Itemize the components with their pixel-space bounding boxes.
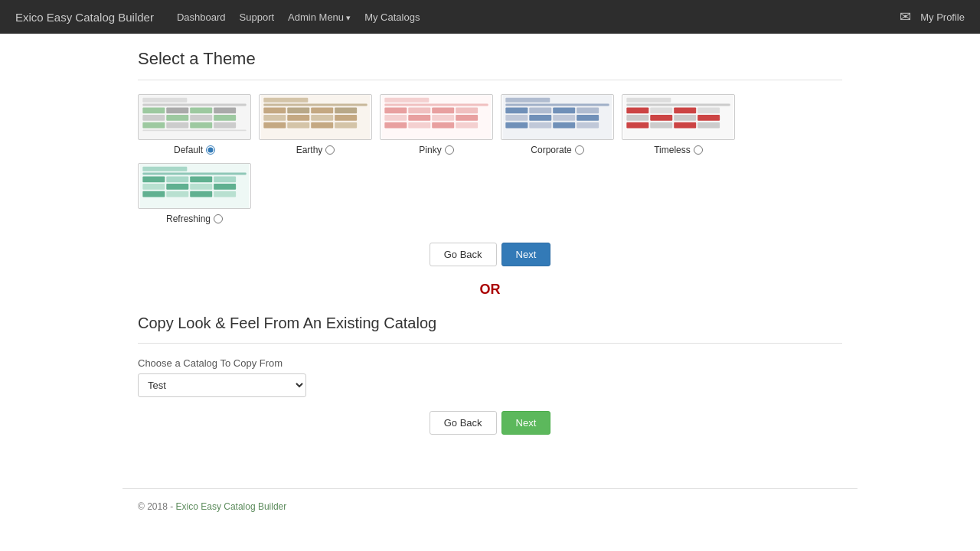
svg-rect-44 xyxy=(432,122,454,129)
svg-rect-72 xyxy=(626,122,648,129)
theme-corporate-label: Corporate xyxy=(531,145,583,155)
svg-rect-70 xyxy=(674,115,696,121)
svg-rect-65 xyxy=(650,107,672,113)
svg-rect-14 xyxy=(214,122,236,129)
theme-pinky[interactable]: Pinky xyxy=(380,94,493,155)
svg-rect-80 xyxy=(166,176,188,182)
nav-support[interactable]: Support xyxy=(240,11,275,23)
copy-section-title: Copy Look & Feel From An Existing Catalo… xyxy=(138,315,842,332)
svg-rect-55 xyxy=(553,115,575,121)
svg-rect-30 xyxy=(335,122,357,129)
svg-rect-50 xyxy=(529,107,551,113)
svg-rect-81 xyxy=(190,176,212,182)
nav-admin-menu[interactable]: Admin Menu xyxy=(288,11,351,23)
footer-text: © 2018 - xyxy=(138,501,176,512)
nav-my-catalogs[interactable]: My Catalogs xyxy=(364,11,420,23)
copy-catalog-select[interactable]: Test xyxy=(138,373,306,397)
theme-grid: Default xyxy=(138,94,842,224)
navbar-brand: Exico Easy Catalog Builder xyxy=(15,11,154,24)
profile-link[interactable]: My Profile xyxy=(920,11,965,23)
svg-rect-34 xyxy=(384,107,407,113)
mail-icon[interactable]: ✉ xyxy=(900,8,911,25)
next-button-top[interactable]: Next xyxy=(501,243,551,266)
theme-earthy[interactable]: Earthy xyxy=(259,94,372,155)
svg-rect-90 xyxy=(214,191,236,197)
theme-earthy-radio[interactable] xyxy=(325,145,335,155)
theme-earthy-name: Earthy xyxy=(296,145,323,155)
svg-rect-42 xyxy=(384,122,407,129)
theme-corporate-name: Corporate xyxy=(531,145,571,155)
svg-rect-15 xyxy=(142,129,246,131)
theme-default-radio[interactable] xyxy=(206,145,215,155)
next-button-bottom[interactable]: Next xyxy=(501,411,551,435)
theme-pinky-radio[interactable] xyxy=(445,145,454,155)
svg-rect-77 xyxy=(142,167,187,171)
svg-rect-23 xyxy=(263,115,286,121)
or-separator: OR xyxy=(138,282,842,298)
navbar-right: ✉ My Profile xyxy=(900,8,965,25)
theme-corporate[interactable]: Corporate xyxy=(501,94,614,155)
svg-rect-58 xyxy=(529,122,551,129)
svg-rect-39 xyxy=(408,115,430,121)
theme-corporate-radio[interactable] xyxy=(575,145,584,155)
theme-refreshing-name: Refreshing xyxy=(166,214,211,224)
svg-rect-64 xyxy=(626,107,648,113)
go-back-button-top[interactable]: Go Back xyxy=(430,243,497,266)
theme-default[interactable]: Default xyxy=(138,94,251,155)
go-back-button-bottom[interactable]: Go Back xyxy=(430,411,497,435)
svg-rect-48 xyxy=(505,104,609,106)
copy-form-label: Choose a Catalog To Copy From xyxy=(138,357,842,369)
svg-rect-53 xyxy=(505,115,528,121)
svg-rect-10 xyxy=(214,115,236,121)
theme-default-name: Default xyxy=(174,145,203,155)
svg-rect-1 xyxy=(142,98,187,103)
svg-rect-75 xyxy=(697,122,720,129)
svg-rect-74 xyxy=(674,122,696,129)
svg-rect-22 xyxy=(335,107,357,113)
svg-rect-87 xyxy=(142,191,165,197)
copy-form-group: Choose a Catalog To Copy From Test xyxy=(138,357,842,397)
navbar-links: Dashboard Support Admin Menu My Catalogs xyxy=(177,11,884,23)
svg-rect-52 xyxy=(577,107,599,113)
svg-rect-4 xyxy=(166,107,188,113)
theme-refreshing-thumbnail xyxy=(138,163,251,209)
svg-rect-43 xyxy=(408,122,430,129)
svg-rect-40 xyxy=(432,115,454,121)
main-content: Select a Theme xyxy=(122,34,858,465)
theme-refreshing-radio[interactable] xyxy=(214,214,223,223)
theme-timeless-radio[interactable] xyxy=(694,145,703,155)
svg-rect-60 xyxy=(577,122,599,129)
theme-timeless[interactable]: Timeless xyxy=(622,94,735,155)
svg-rect-17 xyxy=(263,98,308,103)
theme-section-title: Select a Theme xyxy=(138,49,842,69)
svg-rect-5 xyxy=(190,107,212,113)
svg-rect-7 xyxy=(142,115,165,121)
svg-rect-36 xyxy=(432,107,454,113)
theme-button-group: Go Back Next xyxy=(138,243,842,266)
svg-rect-26 xyxy=(335,115,357,121)
theme-pinky-label: Pinky xyxy=(419,145,453,155)
theme-default-label: Default xyxy=(174,145,215,155)
svg-rect-33 xyxy=(384,104,488,106)
svg-rect-59 xyxy=(553,122,575,129)
svg-rect-63 xyxy=(626,104,730,106)
theme-corporate-thumbnail xyxy=(501,94,614,140)
theme-timeless-label: Timeless xyxy=(654,145,703,155)
svg-rect-41 xyxy=(456,115,478,121)
theme-refreshing[interactable]: Refreshing xyxy=(138,163,251,224)
theme-pinky-name: Pinky xyxy=(419,145,441,155)
svg-rect-84 xyxy=(166,184,188,190)
svg-rect-83 xyxy=(142,184,165,190)
nav-dashboard[interactable]: Dashboard xyxy=(177,11,226,23)
svg-rect-47 xyxy=(505,98,550,103)
theme-timeless-thumbnail xyxy=(622,94,735,140)
svg-rect-54 xyxy=(529,115,551,121)
svg-rect-71 xyxy=(697,115,720,121)
footer-link[interactable]: Exico Easy Catalog Builder xyxy=(176,501,287,512)
svg-rect-3 xyxy=(142,107,165,113)
svg-rect-8 xyxy=(166,115,188,121)
svg-rect-20 xyxy=(287,107,309,113)
copy-divider xyxy=(138,343,842,344)
svg-rect-62 xyxy=(626,98,671,103)
theme-earthy-label: Earthy xyxy=(296,145,335,155)
